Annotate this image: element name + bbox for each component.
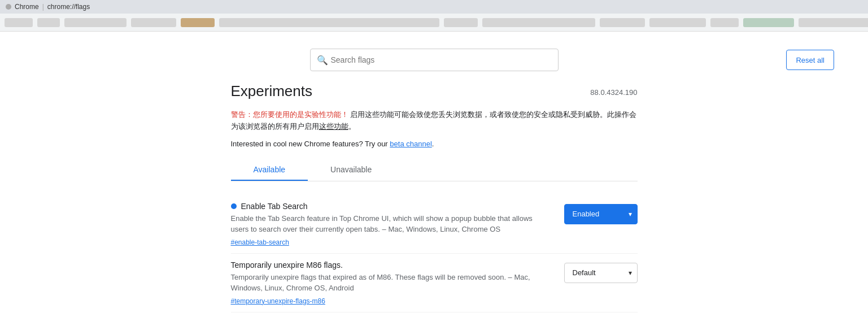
reset-all-button[interactable]: Reset all — [786, 50, 834, 70]
experiments-title: Experiments — [231, 82, 313, 100]
bookmark-item[interactable] — [743, 18, 794, 27]
flag-anchor-link[interactable]: #temporary-unexpire-flags-m86 — [231, 297, 325, 305]
bookmarks-bar — [0, 14, 868, 32]
flag-dropdown-default[interactable]: Default Enabled Disabled — [564, 263, 638, 283]
flag-item-enable-tab-search: Enable Tab Search Enable the Tab Search … — [231, 195, 638, 254]
tab-available[interactable]: Available — [231, 159, 308, 181]
bookmark-item[interactable] — [482, 18, 595, 27]
flag-info: Enable Tab Search Enable the Tab Search … — [231, 202, 551, 246]
flag-description: Temporarily unexpire flags that expired … — [231, 272, 551, 294]
warning-underline: 这些功能 — [319, 122, 348, 131]
bookmark-item[interactable] — [131, 18, 176, 27]
dropdown-wrap: Default Enabled Disabled ▾ — [564, 263, 638, 283]
flag-dropdown-wrapper: Default Enabled Disabled ▾ — [564, 260, 638, 283]
interest-prefix: Interested in cool new Chrome features? … — [231, 140, 390, 148]
flag-title: Temporarily unexpire M86 flags. — [231, 260, 551, 270]
experiments-header: Experiments 88.0.4324.190 — [231, 82, 638, 100]
bookmark-item[interactable] — [799, 18, 868, 27]
warning-text: 警告：您所要使用的是实验性功能！ 启用这些功能可能会致使您丢失浏览数据，或者致使… — [231, 109, 638, 133]
flag-active-dot — [231, 203, 237, 209]
chrome-dot-icon — [6, 4, 11, 10]
search-input[interactable] — [310, 49, 559, 71]
title-bar: Chrome | chrome://flags — [0, 0, 868, 14]
url-display: chrome://flags — [47, 3, 90, 11]
flag-info: Temporarily unexpire M86 flags. Temporar… — [231, 260, 551, 305]
flag-description: Enable the Tab Search feature in Top Chr… — [231, 213, 551, 235]
flag-title-text: Temporarily unexpire M86 flags. — [231, 260, 343, 270]
tab-unavailable[interactable]: Unavailable — [308, 159, 394, 181]
flag-dropdown-wrapper: Default Enabled Disabled ▾ — [564, 202, 638, 224]
flag-anchor-link[interactable]: #enable-tab-search — [231, 238, 289, 246]
version-number: 88.0.4324.190 — [590, 82, 637, 97]
bookmark-item[interactable] — [219, 18, 439, 27]
warning-label: 警告：您所要使用的是实验性功能！ — [231, 110, 348, 119]
bookmark-item[interactable] — [710, 18, 739, 27]
bookmark-item[interactable] — [649, 18, 706, 27]
app-name: Chrome — [15, 3, 39, 11]
warning-body2: 。 — [348, 122, 356, 131]
bookmark-item[interactable] — [5, 18, 33, 27]
bookmark-item[interactable] — [37, 18, 60, 27]
beta-channel-link[interactable]: beta channel — [390, 140, 431, 148]
search-area: 🔍 Reset all — [0, 43, 868, 82]
search-wrapper: 🔍 — [310, 49, 559, 71]
flag-dropdown-enabled[interactable]: Default Enabled Disabled — [564, 204, 638, 224]
bookmark-item[interactable] — [600, 18, 645, 27]
bookmark-item[interactable] — [444, 18, 478, 27]
dropdown-wrap: Default Enabled Disabled ▾ — [564, 204, 638, 224]
page-content: 🔍 Reset all Experiments 88.0.4324.190 警告… — [0, 32, 868, 317]
interest-suffix: . — [432, 140, 434, 148]
flag-item-unexpire-m86: Temporarily unexpire M86 flags. Temporar… — [231, 254, 638, 312]
bookmark-item[interactable] — [181, 18, 215, 27]
interest-text: Interested in cool new Chrome features? … — [231, 140, 638, 148]
flag-title: Enable Tab Search — [231, 202, 551, 211]
bookmark-item[interactable] — [64, 18, 127, 27]
tabs-container: Available Unavailable — [231, 159, 638, 181]
title-separator: | — [42, 3, 44, 11]
main-container: Experiments 88.0.4324.190 警告：您所要使用的是实验性功… — [220, 82, 649, 312]
flag-title-text: Enable Tab Search — [241, 202, 308, 211]
